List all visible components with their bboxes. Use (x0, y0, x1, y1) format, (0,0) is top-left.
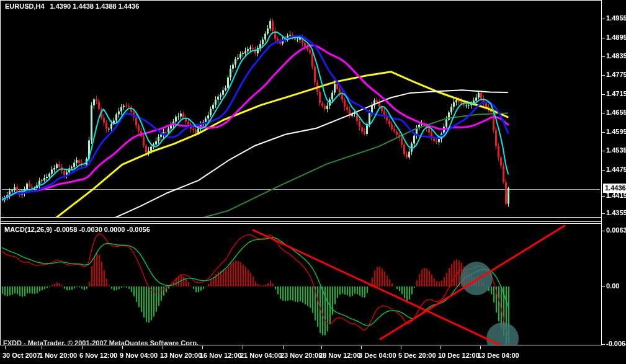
symbol-timeframe-label: EURUSD,H4 (5, 2, 45, 10)
panel-splitter[interactable] (0, 221, 601, 222)
chart-window: EURUSD,H41.4390 1.4438 1.4388 1.4436 MAC… (0, 0, 626, 364)
main-panel-bottom-border (0, 217, 601, 218)
window-left-border (0, 0, 1, 345)
price-chart-canvas[interactable] (0, 0, 626, 364)
axis-separator-line (601, 0, 602, 345)
current-price-box: 1.4436 (603, 184, 626, 193)
copyright-label: FXDD - MetaTrader, © 2001-2007 MetaQuote… (3, 339, 199, 345)
macd-indicator-label: MACD(12,26,9) -0.0058 -0.0030 0.0000 -0.… (4, 226, 150, 233)
current-price-value: 1.4436 (605, 184, 626, 192)
chart-title: EURUSD,H41.4390 1.4438 1.4388 1.4436 (5, 2, 139, 10)
ohlc-values-label: 1.4390 1.4438 1.4388 1.4436 (50, 2, 140, 10)
window-top-border (0, 0, 601, 1)
macd-panel-top-border (0, 223, 601, 224)
